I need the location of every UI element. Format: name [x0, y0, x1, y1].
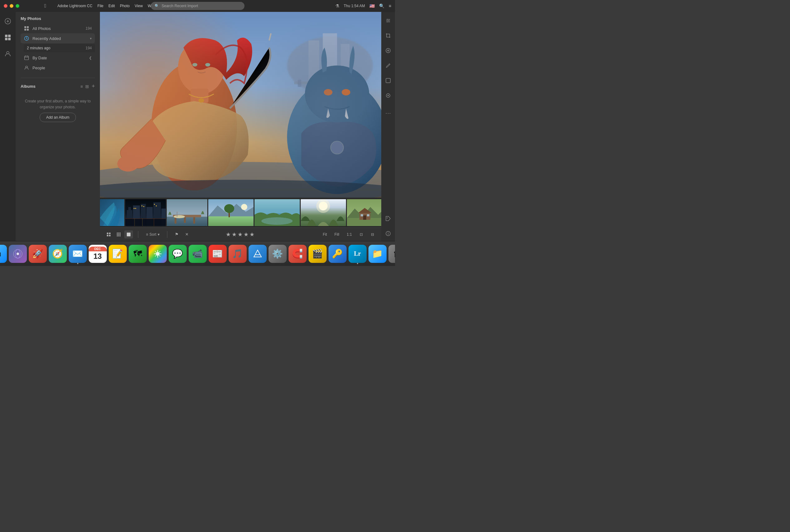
thumbnail-4[interactable]: [208, 199, 253, 226]
dock-maps[interactable]: 🗺: [129, 245, 147, 263]
star-4[interactable]: ★: [244, 231, 248, 238]
nav-people[interactable]: People: [21, 63, 95, 73]
thumbnail-6[interactable]: [301, 199, 346, 226]
thumbnail-5[interactable]: [255, 199, 300, 226]
svg-rect-72: [177, 212, 177, 217]
divider-1: [21, 78, 95, 78]
crop-icon[interactable]: [383, 31, 393, 41]
svg-rect-92: [107, 235, 108, 236]
nav-by-date[interactable]: By Date ❮: [21, 53, 95, 63]
view-single-button[interactable]: [124, 230, 133, 239]
dock-magnet[interactable]: 🧲: [288, 245, 307, 263]
menu-app-name[interactable]: Adobe Lightroom CC: [57, 4, 92, 8]
zoom-fill-button[interactable]: Fill: [332, 231, 342, 238]
all-photos-label: All Photos: [33, 26, 51, 31]
search-macos-icon[interactable]: 🔍: [379, 3, 384, 8]
clock-icon: Thu 1:54 AM: [344, 4, 365, 8]
thumbnail-7[interactable]: [347, 199, 381, 226]
svg-rect-27: [312, 79, 315, 87]
control-center-icon[interactable]: ≡: [389, 3, 391, 8]
zoom-fit-button[interactable]: Fit: [320, 231, 330, 238]
dock-lightroom[interactable]: Lr: [349, 245, 366, 263]
mask-icon[interactable]: [383, 76, 393, 86]
minimize-button[interactable]: [10, 4, 14, 8]
zoom-1to1-button[interactable]: 1:1: [344, 231, 354, 238]
svg-rect-48: [128, 207, 131, 210]
svg-point-43: [331, 141, 343, 154]
calendar-icon: [24, 55, 29, 61]
star-5[interactable]: ★: [249, 231, 255, 238]
albums-grid-icon[interactable]: ⊞: [85, 84, 89, 89]
dock-system-prefs[interactable]: ⚙️: [268, 245, 287, 263]
dock-stickies[interactable]: 📝: [109, 245, 127, 263]
add-icon[interactable]: [2, 16, 14, 27]
menu-edit[interactable]: Edit: [108, 4, 115, 8]
dock-news[interactable]: 📰: [209, 245, 227, 263]
dock-appstore[interactable]: [248, 245, 267, 263]
menu-photo[interactable]: Photo: [120, 4, 130, 8]
recently-added-header[interactable]: Recently Added ▾: [21, 33, 95, 43]
svg-rect-99: [119, 234, 120, 235]
thumbnail-1[interactable]: [100, 199, 124, 226]
maximize-button[interactable]: [16, 4, 19, 8]
add-album-button[interactable]: Add an Album: [40, 113, 76, 122]
dock-trash[interactable]: 🗑: [389, 245, 395, 263]
svg-rect-66: [167, 217, 207, 226]
apple-menu[interactable]: : [44, 3, 46, 9]
search-bar[interactable]: 🔍 Search Recent Import: [151, 2, 244, 10]
svg-rect-100: [117, 235, 118, 236]
flag-button[interactable]: ⚑: [172, 230, 181, 239]
albums-add-icon[interactable]: +: [92, 83, 95, 90]
view-grid-all-button[interactable]: [104, 230, 113, 239]
dock-claquette[interactable]: 🎬: [308, 245, 326, 263]
menu-view[interactable]: View: [135, 4, 143, 8]
star-3[interactable]: ★: [238, 231, 243, 238]
sub-item-count: 194: [86, 46, 92, 50]
nav-all-photos[interactable]: All Photos 194: [21, 23, 95, 33]
recently-added-sub-item[interactable]: 2 minutes ago 194: [24, 44, 95, 52]
dock-finder2[interactable]: 📁: [369, 245, 387, 263]
filter-icon[interactable]: ⚗: [335, 3, 339, 8]
reject-button[interactable]: ✕: [182, 230, 191, 239]
dock-1password[interactable]: 🔑: [328, 245, 346, 263]
pen-icon[interactable]: [383, 61, 393, 71]
my-photos-title: My Photos: [21, 16, 95, 21]
svg-rect-28: [326, 80, 330, 87]
star-1[interactable]: ★: [226, 231, 231, 238]
menu-file[interactable]: File: [97, 4, 104, 8]
radial-icon[interactable]: [383, 91, 393, 100]
traffic-lights[interactable]: [4, 4, 19, 8]
star-2[interactable]: ★: [232, 231, 237, 238]
dock-calendar[interactable]: DEC 13: [89, 245, 107, 263]
view-grid-square-button[interactable]: [114, 230, 123, 239]
compare-button[interactable]: ⊡: [357, 230, 366, 239]
people-icon[interactable]: [2, 48, 14, 59]
thumbnail-3[interactable]: [167, 199, 207, 226]
close-button[interactable]: [4, 4, 7, 8]
dock-photos[interactable]: [149, 245, 167, 263]
svg-line-38: [269, 33, 271, 41]
dock-messages[interactable]: 💬: [169, 245, 187, 263]
photos-icon[interactable]: [2, 32, 14, 43]
healing-icon[interactable]: [383, 45, 393, 56]
svg-rect-101: [118, 235, 119, 236]
dock-launchpad[interactable]: 🚀: [29, 245, 47, 263]
more-options-icon[interactable]: ⋯: [383, 108, 393, 118]
main-image-container[interactable]: [100, 12, 381, 197]
thumbnail-2[interactable]: [125, 199, 166, 226]
split-button[interactable]: ⊟: [368, 230, 377, 239]
tag-icon[interactable]: [383, 213, 393, 224]
albums-list-icon[interactable]: ≡: [80, 84, 83, 89]
adjustments-icon[interactable]: [383, 16, 393, 25]
sort-button[interactable]: ≡ Sort ▾: [143, 230, 162, 239]
dock-music[interactable]: 🎵: [229, 245, 247, 263]
dock-siri[interactable]: [9, 245, 27, 263]
svg-rect-69: [184, 217, 186, 223]
info-icon[interactable]: [383, 229, 393, 239]
dock-mail[interactable]: ✉️: [69, 245, 87, 263]
dock-safari[interactable]: 🧭: [49, 245, 67, 263]
dock-finder[interactable]: 🗂: [0, 245, 7, 263]
svg-rect-25: [294, 81, 366, 84]
dock-facetime[interactable]: 📹: [189, 245, 207, 263]
svg-rect-23: [323, 33, 337, 83]
